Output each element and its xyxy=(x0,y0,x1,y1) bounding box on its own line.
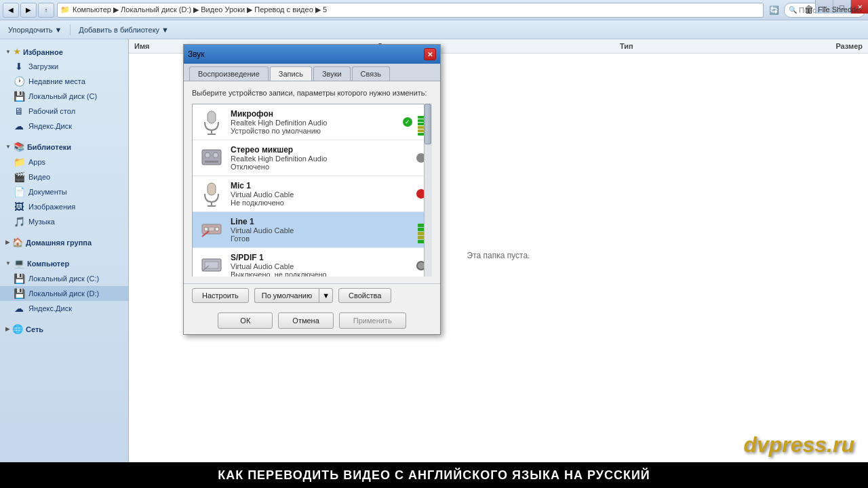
sidebar-item-apps[interactable]: 📁 Apps xyxy=(0,155,128,169)
recent-label: Недавние места xyxy=(28,77,85,85)
microphone-driver: Realtek High Definition Audio xyxy=(231,119,397,127)
homegroup-arrow: ▶ xyxy=(5,239,9,245)
line1-status: Готов xyxy=(231,235,412,243)
microphone-name: Микрофон xyxy=(231,109,397,119)
scrollbar-thumb[interactable] xyxy=(425,104,431,144)
homegroup-header[interactable]: ▶ 🏠 Домашняя группа xyxy=(0,235,128,250)
svg-point-12 xyxy=(215,227,219,231)
svg-point-11 xyxy=(204,227,208,231)
sidebar-item-local-d[interactable]: 💾 Локальный диск (D:) xyxy=(0,286,128,301)
properties-button[interactable]: Свойства xyxy=(338,288,391,303)
device-line1[interactable]: Line 1 Virtual Audio Cable Готов xyxy=(193,212,431,248)
favorites-arrow: ▼ xyxy=(5,49,11,55)
sidebar-item-local-c-fav[interactable]: 💾 Локальный диск (C) xyxy=(0,89,128,104)
computer-arrow: ▼ xyxy=(5,260,11,266)
computer-header[interactable]: ▼ 💻 Компьютер xyxy=(0,256,128,271)
sidebar-item-recent[interactable]: 🕐 Недавние места xyxy=(0,74,128,89)
sidebar-item-yandex-fav[interactable]: ☁ Яндекс.Диск xyxy=(0,119,128,134)
device-spdif1[interactable]: S/PDIF 1 Virtual Audio Cable Выключено, … xyxy=(193,248,431,277)
microphone-info: Микрофон Realtek High Definition Audio У… xyxy=(231,109,397,135)
device-microphone[interactable]: Микрофон Realtek High Definition Audio У… xyxy=(193,104,431,140)
sidebar-item-music[interactable]: 🎵 Музыка xyxy=(0,214,128,229)
sidebar-item-desktop[interactable]: 🖥 Рабочий стол xyxy=(0,104,128,119)
spdif1-driver: Virtual Audio Cable xyxy=(231,262,411,270)
favorites-header[interactable]: ▼ ★ Избранное xyxy=(0,45,128,59)
address-bar[interactable]: 📁 Компьютер ▶ Локальный диск (D:) ▶ Виде… xyxy=(57,3,764,18)
forward-button[interactable]: ▶ xyxy=(20,3,37,18)
sidebar-item-images[interactable]: 🖼 Изображения xyxy=(0,199,128,214)
default-button[interactable]: По умолчанию xyxy=(254,288,319,303)
documents-label: Документы xyxy=(28,188,67,196)
network-header[interactable]: ▶ 🌐 Сеть xyxy=(0,321,128,337)
tab-sounds[interactable]: Звуки xyxy=(313,66,351,81)
apply-button[interactable]: Применить xyxy=(339,312,406,329)
sidebar: ▼ ★ Избранное ⬇ Загрузки 🕐 Недавние мест… xyxy=(0,39,129,472)
homegroup-label: Домашняя группа xyxy=(26,239,92,247)
sidebar-item-video[interactable]: 🎬 Видео xyxy=(0,169,128,184)
mic1-name: Mic 1 xyxy=(231,181,411,190)
downloads-icon: ⬇ xyxy=(14,61,24,72)
libraries-header[interactable]: ▼ 📚 Библиотеки xyxy=(0,139,128,155)
dialog-title: Звук xyxy=(188,49,205,59)
check-mark-icon: ✓ xyxy=(403,117,412,127)
stereo-mixer-name: Стерео микшер xyxy=(231,145,411,155)
video-icon: 🎬 xyxy=(14,171,24,182)
device-list-scroll: Микрофон Realtek High Definition Audio У… xyxy=(192,104,432,277)
ok-button[interactable]: ОК xyxy=(218,312,273,329)
configure-button[interactable]: Настроить xyxy=(192,288,249,303)
local-c-icon: 💾 xyxy=(14,273,24,284)
explorer-window: ─ □ ✕ ◀ ▶ ↑ 📁 Компьютер ▶ Локальный диск… xyxy=(0,0,868,488)
scrollbar-track[interactable] xyxy=(424,104,432,277)
local-d-label: Локальный диск (D:) xyxy=(28,289,99,298)
local-d-icon: 💾 xyxy=(14,288,24,299)
empty-folder-message: Эта папка пуста. xyxy=(467,251,530,260)
device-stereo-mixer[interactable]: Стерео микшер Realtek High Definition Au… xyxy=(193,140,431,176)
add-to-library-button[interactable]: Добавить в библиотеку ▼ xyxy=(76,24,172,35)
microphone-status: Устройство по умолчанию xyxy=(231,127,397,135)
organize-arrow: ▼ xyxy=(54,26,62,34)
line1-info: Line 1 Virtual Audio Cable Готов xyxy=(231,217,412,243)
default-dropdown: По умолчанию ▼ xyxy=(254,288,333,303)
mic1-driver: Virtual Audio Cable xyxy=(231,190,411,199)
sidebar-item-downloads[interactable]: ⬇ Загрузки xyxy=(0,59,128,74)
video-label: Видео xyxy=(28,173,50,181)
sound-dialog[interactable]: Звук ✕ Воспроизведение Запись Звуки Связ… xyxy=(183,44,441,335)
microphone-icon xyxy=(198,108,225,136)
tab-record[interactable]: Запись xyxy=(270,66,312,81)
music-label: Музыка xyxy=(28,218,55,226)
local-c-label: Локальный диск (C:) xyxy=(28,274,99,283)
back-button[interactable]: ◀ xyxy=(3,3,19,18)
device-list: Микрофон Realtek High Definition Audio У… xyxy=(192,104,432,277)
sidebar-item-local-c[interactable]: 💾 Локальный диск (C:) xyxy=(0,271,128,286)
images-icon: 🖼 xyxy=(14,201,24,212)
tab-communications[interactable]: Связь xyxy=(352,66,390,81)
images-label: Изображения xyxy=(28,203,75,211)
up-button[interactable]: ↑ xyxy=(38,3,54,18)
address-text: Компьютер ▶ Локальный диск (D:) ▶ Видео … xyxy=(73,5,327,14)
dialog-close-button[interactable]: ✕ xyxy=(424,48,436,60)
local-c-fav-label: Локальный диск (C) xyxy=(28,92,97,100)
svg-rect-0 xyxy=(208,111,216,123)
tab-playback[interactable]: Воспроизведение xyxy=(189,66,269,81)
stereo-mixer-driver: Realtek High Definition Audio xyxy=(231,155,411,163)
line1-icon xyxy=(198,216,225,243)
file-shredder-label: File Shredder xyxy=(818,5,863,14)
column-size: Размер xyxy=(741,42,863,50)
spdif1-info: S/PDIF 1 Virtual Audio Cable Выключено, … xyxy=(231,253,411,277)
stereo-mixer-status: Отключено xyxy=(231,163,411,171)
desktop-icon: 🖥 xyxy=(14,106,24,117)
computer-section: ▼ 💻 Компьютер 💾 Локальный диск (C:) 💾 Ло… xyxy=(0,256,128,316)
sidebar-item-yandex[interactable]: ☁ Яндекс.Диск xyxy=(0,301,128,316)
default-dropdown-arrow[interactable]: ▼ xyxy=(319,288,333,303)
add-lib-arrow: ▼ xyxy=(161,26,169,34)
organize-button[interactable]: Упорядочить ▼ xyxy=(5,24,64,35)
device-mic1[interactable]: Mic 1 Virtual Audio Cable Не подключено xyxy=(193,176,431,212)
refresh-button[interactable]: 🔄 xyxy=(766,3,781,18)
microphone-default-icon: ✓ xyxy=(403,117,412,127)
apps-label: Apps xyxy=(28,158,45,166)
spdif1-icon xyxy=(198,252,225,277)
cancel-button[interactable]: Отмена xyxy=(278,312,333,329)
sidebar-item-documents[interactable]: 📄 Документы xyxy=(0,184,128,199)
spdif1-name: S/PDIF 1 xyxy=(231,253,411,262)
music-icon: 🎵 xyxy=(14,216,24,227)
